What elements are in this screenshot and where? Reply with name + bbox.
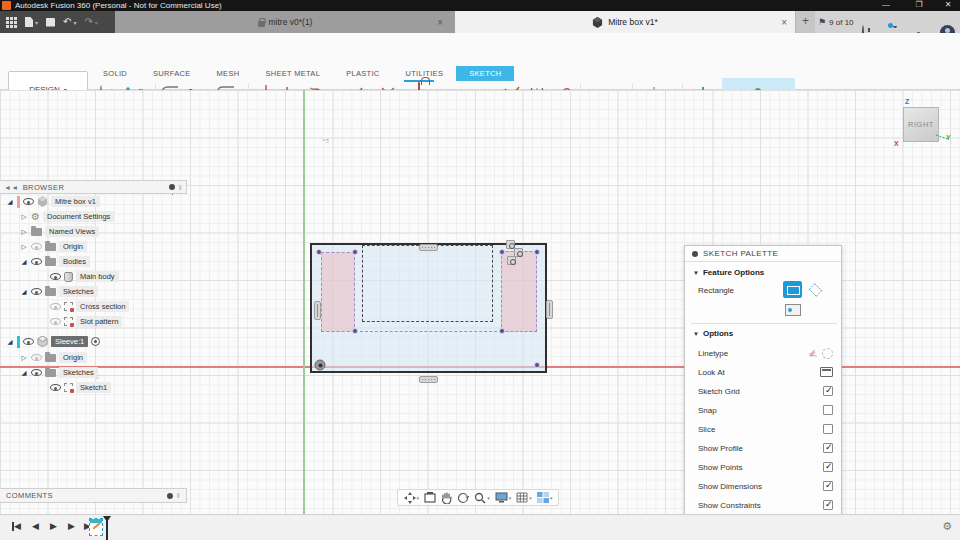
orbit-icon[interactable] <box>457 492 469 504</box>
browser-item-cross-section[interactable]: Cross section <box>50 300 129 313</box>
sketch-point[interactable] <box>534 249 540 255</box>
orbit-pan-icon[interactable]: ▾ <box>404 492 420 504</box>
close-tab-icon[interactable]: × <box>437 17 443 28</box>
model-viewport[interactable]: ⌁ʒ ⌁ʒ RIGHT Z X Y ◄◄ BROWSER ‖ ◢ Mitre b… <box>0 90 960 514</box>
panel-options-icon[interactable] <box>167 493 173 499</box>
browser-item-sketch1[interactable]: Sketch1 <box>50 381 111 394</box>
sketch-point[interactable] <box>352 249 358 255</box>
browser-item-slot-pattern[interactable]: Slot pattern <box>50 315 122 328</box>
checkbox-icon[interactable] <box>823 424 833 434</box>
zoom-icon[interactable]: ▾ <box>474 492 490 504</box>
eye-icon[interactable] <box>31 258 42 265</box>
tab-plastic[interactable]: PLASTIC <box>333 66 392 81</box>
eye-icon[interactable] <box>23 198 34 205</box>
tab-surface[interactable]: SURFACE <box>140 66 204 81</box>
sketch-origin-point[interactable] <box>315 360 326 371</box>
close-window-button[interactable]: ✕ <box>940 0 956 11</box>
sketch-point[interactable] <box>352 328 358 334</box>
eye-off-icon[interactable] <box>50 303 61 310</box>
tab-mesh[interactable]: MESH <box>204 66 253 81</box>
restore-button[interactable]: ❐ <box>911 0 927 11</box>
checkbox-icon[interactable] <box>823 481 833 491</box>
close-tab-icon[interactable]: × <box>781 17 787 28</box>
eye-off-icon[interactable] <box>50 318 61 325</box>
timeline-sketch-feature[interactable] <box>89 518 103 536</box>
fit-view-icon[interactable] <box>424 492 436 503</box>
sketch-dashed-line[interactable] <box>355 331 502 332</box>
look-at-icon[interactable] <box>820 367 833 377</box>
eye-icon[interactable] <box>50 384 61 391</box>
browser-item-named-views[interactable]: ▷ Named Views <box>20 225 99 238</box>
rectangle-center-icon[interactable] <box>807 282 824 297</box>
panel-grip-icon[interactable]: ‖ <box>177 492 180 499</box>
browser-item-sleeve-origin[interactable]: ▷ Origin <box>20 351 87 364</box>
panel-options-icon[interactable] <box>169 184 175 190</box>
undo-button[interactable]: ↶▾ <box>63 17 76 27</box>
browser-item-main-body[interactable]: Main body <box>50 270 119 283</box>
step-back-button[interactable]: ◀ <box>32 521 39 531</box>
browser-item-sleeve-sketches[interactable]: ◢ Sketches <box>20 366 98 379</box>
checkbox-icon[interactable] <box>823 386 833 396</box>
eye-icon[interactable] <box>31 288 42 295</box>
eye-off-icon[interactable] <box>31 354 42 361</box>
app-launcher-icon[interactable] <box>6 17 17 28</box>
sketch-point[interactable] <box>534 362 540 368</box>
browser-item-document-settings[interactable]: ▷⚙ Document Settings <box>20 210 114 223</box>
grid-snap-icon[interactable]: ▾ <box>516 492 532 503</box>
browser-panel-header[interactable]: ◄◄ BROWSER ‖ <box>0 180 187 194</box>
browser-item-root[interactable]: ◢ Mitre box v1 <box>6 195 100 208</box>
new-tab-button[interactable]: + <box>795 11 815 33</box>
sketch-profile-left[interactable] <box>321 252 355 332</box>
sketch-point[interactable] <box>316 249 322 255</box>
eye-icon[interactable] <box>23 338 34 345</box>
sketch-point[interactable] <box>499 328 505 334</box>
panel-grip-icon[interactable]: ‖ <box>179 184 182 191</box>
go-to-start-button[interactable]: ◀ <box>12 521 21 531</box>
tab-solid[interactable]: SOLID <box>90 66 140 81</box>
pan-hand-icon[interactable] <box>441 492 452 504</box>
timeline-settings-gear-icon[interactable]: ⚙ <box>942 520 952 533</box>
rectangle-2point-icon[interactable] <box>783 281 802 298</box>
save-button[interactable] <box>46 18 55 27</box>
eye-off-icon[interactable] <box>31 243 42 250</box>
minimize-button[interactable]: — <box>878 0 894 11</box>
collapse-panel-icon[interactable]: ◄◄ <box>4 184 19 191</box>
comments-panel-header[interactable]: COMMENTS ‖ <box>0 488 187 503</box>
checkbox-icon[interactable] <box>823 405 833 415</box>
browser-item-origin[interactable]: ▷ Origin <box>20 240 87 253</box>
job-status[interactable]: ⚑ 9 of 10 <box>818 11 854 33</box>
browser-item-bodies[interactable]: ◢ Bodies <box>20 255 90 268</box>
play-button[interactable]: ▶ <box>50 521 57 531</box>
viewcube[interactable]: RIGHT <box>903 107 939 142</box>
dimension-chip[interactable] <box>419 376 438 383</box>
browser-item-sketches[interactable]: ◢ Sketches <box>20 285 98 298</box>
sketch-inner-dashed-rectangle[interactable] <box>362 245 493 322</box>
sketch-point[interactable] <box>499 249 505 255</box>
checkbox-icon[interactable] <box>823 443 833 453</box>
dimension-chip[interactable] <box>314 301 321 320</box>
browser-item-sleeve-component[interactable]: ◢ Sleeve:1 <box>6 335 100 348</box>
centerline-icon[interactable] <box>822 348 833 359</box>
dimension-chip[interactable] <box>546 300 553 319</box>
step-forward-button[interactable]: ▶ <box>68 521 75 531</box>
constraint-badge[interactable] <box>507 256 516 265</box>
tab-sketch[interactable]: SKETCH <box>456 66 514 81</box>
timeline-position-marker[interactable] <box>103 516 111 522</box>
dimension-chip[interactable] <box>419 244 438 251</box>
construction-line-icon[interactable]: ⋞ <box>806 346 818 359</box>
eye-icon[interactable] <box>31 369 42 376</box>
checkbox-icon[interactable] <box>823 462 833 472</box>
viewports-icon[interactable]: ▾ <box>537 492 553 503</box>
activate-component-icon[interactable] <box>91 337 100 346</box>
eye-icon[interactable] <box>50 273 61 280</box>
document-tab-inactive[interactable]: mitre v0*(1) × <box>115 11 455 33</box>
tab-sheet-metal[interactable]: SHEET METAL <box>252 66 333 81</box>
feature-options-section[interactable]: ▼Feature Options <box>693 268 764 277</box>
display-settings-icon[interactable]: ▾ <box>495 492 512 503</box>
checkbox-icon[interactable] <box>823 500 833 510</box>
rectangle-3point-icon[interactable] <box>785 304 801 316</box>
sketch-palette-header[interactable]: SKETCH PALETTE <box>685 246 841 262</box>
file-menu-button[interactable]: ▾ <box>25 17 38 27</box>
options-section[interactable]: ▼Options <box>693 329 733 338</box>
redo-button[interactable]: ↷▾ <box>84 17 97 27</box>
